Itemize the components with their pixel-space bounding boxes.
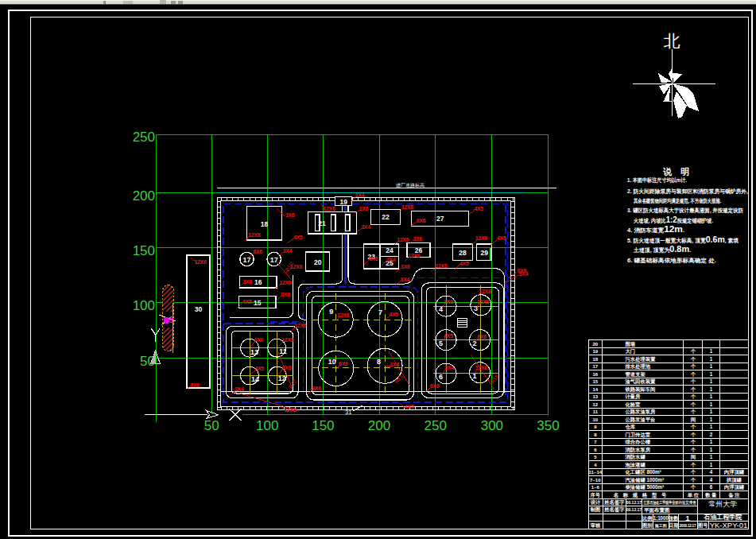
- svg-text:4X5: 4X5: [293, 235, 303, 240]
- svg-text:100: 100: [133, 298, 155, 313]
- svg-text:江苏石油化工学院毕业设计(论文)专用: 江苏石油化工学院毕业设计(论文)专用: [643, 500, 696, 506]
- svg-text:4X5: 4X5: [405, 404, 414, 409]
- svg-text:10: 10: [592, 417, 598, 422]
- svg-text:个: 个: [690, 371, 696, 377]
- svg-text:18: 18: [592, 357, 598, 362]
- svg-text:单 位: 单 位: [687, 492, 700, 498]
- svg-text:50: 50: [204, 418, 219, 433]
- svg-text:常州大学: 常州大学: [708, 500, 737, 508]
- svg-text:1: 1: [710, 462, 713, 467]
- svg-text:19: 19: [339, 198, 347, 206]
- svg-text:个: 个: [690, 439, 696, 444]
- svg-text:公路发油泵房: 公路发油泵房: [625, 409, 656, 415]
- svg-text:6X6: 6X6: [417, 218, 426, 223]
- svg-text:1:1000: 1:1000: [653, 515, 669, 521]
- svg-text:4X5: 4X5: [474, 206, 483, 211]
- svg-text:个: 个: [690, 469, 696, 475]
- svg-text:3X6: 3X6: [413, 236, 422, 242]
- svg-text:4X5: 4X5: [459, 261, 469, 266]
- svg-text:4X5: 4X5: [254, 366, 264, 371]
- svg-text:内浮顶罐: 内浮顶罐: [724, 484, 745, 491]
- svg-text:1: 1: [710, 424, 713, 429]
- svg-text:12: 12: [592, 402, 598, 407]
- svg-text:6X6: 6X6: [477, 334, 487, 339]
- svg-text:6X6: 6X6: [430, 383, 440, 389]
- svg-text:200: 200: [368, 418, 390, 433]
- svg-text:100: 100: [256, 418, 278, 433]
- svg-text:3X4: 3X4: [355, 192, 365, 198]
- svg-text:1: 1: [710, 348, 713, 354]
- svg-text:12X8: 12X8: [337, 312, 350, 318]
- svg-text:姓名签字: 姓名签字: [603, 499, 625, 506]
- svg-text:250: 250: [425, 418, 447, 433]
- svg-text:11: 11: [593, 409, 599, 414]
- svg-text:间: 间: [691, 417, 696, 423]
- svg-text:3X6: 3X6: [359, 206, 369, 211]
- svg-text:进厂道路标高: 进厂道路标高: [396, 182, 425, 188]
- svg-text:个: 个: [690, 484, 696, 490]
- svg-text:审核: 审核: [591, 522, 601, 529]
- svg-text:8: 8: [377, 358, 381, 366]
- svg-text:说 明: 说 明: [663, 167, 689, 176]
- svg-text:YK-XPY-01: YK-XPY-01: [710, 521, 748, 529]
- svg-text:6X6: 6X6: [253, 249, 262, 254]
- svg-text:11: 11: [279, 347, 287, 355]
- svg-text:28: 28: [459, 249, 467, 257]
- svg-text:3X6: 3X6: [444, 299, 453, 304]
- svg-text:12X6: 12X6: [408, 253, 421, 258]
- svg-text:20: 20: [314, 258, 322, 266]
- svg-text:设计: 设计: [590, 499, 601, 505]
- svg-text:3X6: 3X6: [242, 279, 252, 285]
- svg-text:16: 16: [254, 278, 262, 286]
- svg-text:4: 4: [439, 305, 443, 313]
- svg-text:3X4: 3X4: [386, 257, 396, 262]
- svg-text:150: 150: [133, 243, 155, 258]
- svg-text:6: 6: [439, 373, 443, 381]
- svg-text:北: 北: [664, 32, 680, 50]
- svg-text:250: 250: [133, 130, 155, 145]
- svg-text:间: 间: [691, 454, 696, 460]
- svg-text:污水处理装置: 污水处理装置: [625, 356, 656, 363]
- svg-text:备 注: 备 注: [727, 492, 740, 498]
- svg-text:20: 20: [592, 342, 598, 347]
- svg-text:3X4: 3X4: [519, 271, 529, 277]
- svg-text:数 量: 数 量: [704, 492, 716, 498]
- svg-text:3X4: 3X4: [444, 365, 454, 370]
- svg-text:6X6: 6X6: [369, 256, 378, 262]
- svg-text:化工罐区 800m³: 化工罐区 800m³: [625, 469, 661, 475]
- svg-text:1: 1: [710, 386, 713, 392]
- svg-text:汽油储罐 1000m³: 汽油储罐 1000m³: [625, 477, 665, 483]
- svg-text:1: 1: [710, 363, 713, 369]
- svg-text:平面布置图: 平面布置图: [644, 507, 670, 514]
- svg-text:12X8: 12X8: [401, 204, 414, 210]
- svg-text:个: 个: [690, 363, 696, 369]
- svg-text:油气回收装置: 油气回收装置: [625, 378, 656, 385]
- svg-text:10: 10: [328, 358, 336, 366]
- svg-text:150: 150: [312, 418, 334, 433]
- svg-text:1: 1: [710, 409, 713, 414]
- svg-text:2. 防火间距除泵房与装卸区和消防泵房与锅炉房外,: 2. 防火间距除泵房与装卸区和消防泵房与锅炉房外,: [627, 188, 748, 195]
- svg-text:6: 6: [710, 484, 713, 490]
- svg-text:7: 7: [378, 308, 382, 316]
- svg-text:1: 1: [710, 447, 713, 452]
- svg-text:24: 24: [386, 246, 394, 254]
- svg-text:16: 16: [592, 372, 598, 377]
- svg-text:00.12.17: 00.12.17: [626, 500, 642, 505]
- svg-text:其余各建筑物间距均满足规范, 不另做防火措施.: 其余各建筑物间距均满足规范, 不另做防火措施.: [634, 198, 721, 204]
- svg-text:图号: 图号: [698, 522, 708, 529]
- svg-text:13: 13: [250, 348, 258, 356]
- svg-text:00.12.17: 00.12.17: [626, 507, 642, 512]
- svg-text:6X6: 6X6: [339, 361, 348, 366]
- svg-text:3X4: 3X4: [283, 248, 293, 254]
- svg-text:综合办公楼: 综合办公楼: [625, 439, 651, 445]
- svg-text:柴油储罐 5000m³: 柴油储罐 5000m³: [626, 484, 665, 491]
- svg-text:序号: 序号: [590, 492, 601, 498]
- svg-text:3X6: 3X6: [312, 386, 321, 391]
- svg-text:14: 14: [251, 375, 259, 383]
- svg-text:300: 300: [481, 418, 503, 433]
- svg-text:3X6: 3X6: [401, 264, 410, 270]
- svg-text:31: 31: [345, 409, 351, 416]
- svg-text:17: 17: [592, 364, 598, 369]
- svg-text:仓库: 仓库: [625, 424, 636, 430]
- svg-text:个: 个: [690, 348, 696, 354]
